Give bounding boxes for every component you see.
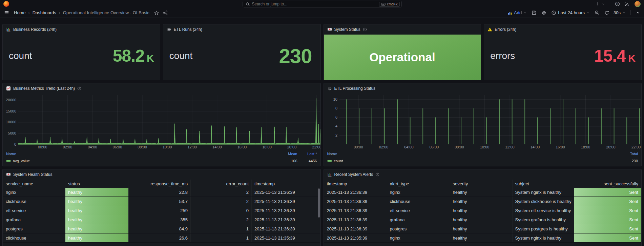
user-avatar[interactable] [635, 1, 641, 7]
status-badge[interactable]: Sent [574, 197, 641, 206]
info-icon[interactable] [363, 27, 367, 32]
column-header-status[interactable]: status [65, 180, 128, 188]
breadcrumb-separator: › [59, 11, 60, 15]
breadcrumb-current-dashboard: Operational Intelligence Overview - OI B… [63, 10, 149, 15]
table-cell: 1 [191, 233, 252, 242]
breadcrumb-dashboards[interactable]: Dashboards [33, 10, 56, 15]
column-header-error_count[interactable]: error_count [191, 180, 252, 188]
dashboard-settings-icon[interactable] [541, 10, 546, 15]
column-header-severity[interactable]: severity [450, 180, 513, 188]
refresh-icon[interactable] [604, 11, 609, 15]
status-badge[interactable]: Sent [574, 215, 641, 224]
topnav-right-actions [596, 1, 641, 7]
stat-body: errors 15.4K [484, 35, 641, 80]
divider [630, 10, 631, 15]
grafana-logo[interactable] [3, 1, 9, 7]
info-icon[interactable] [77, 86, 81, 90]
menu-toggle-icon[interactable] [4, 10, 9, 15]
keyboard-shortcut-badge: cmd+k [379, 2, 399, 7]
panel-header[interactable]: Errors (24h) [484, 24, 641, 35]
gear-icon [327, 86, 332, 91]
shortcut-label: cmd+k [387, 2, 397, 6]
status-badge[interactable]: Sent [574, 206, 641, 215]
add-panel-button[interactable]: Add [507, 10, 527, 15]
info-icon[interactable] [375, 172, 379, 177]
svg-text:12:00: 12:00 [187, 145, 197, 149]
favorite-star-icon[interactable] [154, 11, 159, 15]
time-range-picker[interactable]: Last 24 hours [551, 10, 590, 15]
legend-value: 230 [618, 159, 638, 163]
legend-header-last[interactable]: Last * [297, 152, 317, 156]
table-cell: System clickhouse is healthy [513, 197, 574, 206]
etl-chart-canvas[interactable]: 00:0002:0004:0006:0008:0010:0012:0014:00… [327, 94, 642, 150]
legend-header-name[interactable]: Name [327, 152, 619, 156]
panel-header[interactable]: System Status [324, 24, 481, 35]
svg-text:14:00: 14:00 [530, 145, 540, 149]
panel-header[interactable]: Business Records (24h) [3, 24, 160, 35]
kiosk-caret-up-icon[interactable] [636, 11, 640, 15]
panel-header[interactable]: Business Metrics Trend (Last 24h) [3, 83, 320, 94]
column-header-timestamp[interactable]: timestamp [252, 180, 320, 188]
status-badge[interactable]: healthy [65, 224, 128, 233]
chevron-down-icon [586, 11, 590, 15]
panel-header[interactable]: Recent System Alerts [324, 169, 642, 180]
panel-header[interactable]: System Health Status [3, 169, 320, 180]
table-row: 2025-11-13 21:36:39etl-servicehealthySys… [324, 206, 641, 215]
svg-text:20000: 20000 [6, 98, 16, 102]
legend-header-mean[interactable]: Mean [278, 152, 297, 156]
column-header-timestamp[interactable]: timestamp [324, 180, 387, 188]
status-badge[interactable]: Sent [574, 188, 641, 197]
legend-header-name[interactable]: Name [6, 152, 278, 156]
clock-icon [551, 10, 556, 15]
legend-series[interactable]: avg_value [6, 159, 278, 163]
svg-text:12:00: 12:00 [505, 145, 515, 149]
table-row: clickhousehealthy26.612025-11-13 21:35:3… [3, 233, 320, 243]
new-menu-button[interactable] [596, 2, 605, 6]
panel-header[interactable]: ETL Processing Status [324, 83, 642, 94]
table-scrollbar[interactable] [318, 188, 320, 218]
panel-etl-runs: ETL Runs (24h) count 230 [163, 24, 321, 80]
column-header-service_name[interactable]: service_name [3, 180, 65, 188]
column-header-sent_successfully[interactable]: sent_successfully [574, 180, 641, 188]
table-row: grafanahealthy35522025-11-13 21:36:39 [3, 215, 320, 224]
status-badge[interactable]: healthy [65, 215, 128, 224]
column-header-alert_type[interactable]: alert_type [387, 180, 450, 188]
column-header-response_time_ms[interactable]: response_time_ms [128, 180, 191, 188]
table-row: 2025-11-13 21:36:39nginxhealthySystem ng… [324, 188, 641, 197]
svg-text:16:00: 16:00 [237, 145, 247, 149]
panel-header[interactable]: ETL Runs (24h) [163, 24, 320, 35]
status-badge[interactable]: healthy [65, 188, 128, 197]
breadcrumb-home[interactable]: Home [14, 10, 26, 15]
save-dashboard-icon[interactable] [532, 10, 537, 15]
series-name[interactable]: avg_value [13, 159, 30, 163]
news-rss-icon[interactable] [625, 1, 630, 6]
svg-text:8: 8 [335, 106, 337, 110]
panel-system-health-status: System Health Status service_namestatusr… [2, 169, 321, 246]
time-series-chart[interactable]: 00:0002:0004:0006:0008:0010:0012:0014:00… [3, 94, 320, 150]
table-cell: healthy [450, 188, 513, 197]
legend-series[interactable]: count [327, 159, 619, 163]
status-badge[interactable]: healthy [65, 206, 128, 215]
status-badge[interactable]: Sent [574, 233, 641, 242]
table-cell: clickhouse [3, 233, 65, 242]
search-bar[interactable]: cmd+k [243, 1, 402, 7]
status-badge[interactable]: healthy [65, 197, 128, 206]
status-badge[interactable]: healthy [65, 233, 128, 242]
panel-title: System Health Status [13, 172, 52, 177]
search-input[interactable] [252, 2, 377, 6]
status-badge[interactable]: Sent [574, 224, 641, 233]
toolbar-right-controls: Add Last 24 hours 30s [507, 10, 640, 15]
column-header-subject[interactable]: subject [513, 180, 574, 188]
share-icon[interactable] [163, 11, 168, 15]
series-name[interactable]: count [334, 159, 343, 163]
business-chart-canvas[interactable]: 00:0002:0004:0006:0008:0010:0012:0014:00… [5, 94, 321, 150]
legend-value: 4456 [297, 159, 317, 163]
help-icon[interactable] [615, 1, 620, 6]
svg-text:15000: 15000 [6, 109, 16, 113]
zoom-out-icon[interactable] [595, 10, 600, 15]
stat-label: count [169, 50, 193, 61]
refresh-interval-label[interactable]: 30s [614, 10, 621, 15]
bar-chart[interactable]: 00:0002:0004:0006:0008:0010:0012:0014:00… [324, 94, 642, 150]
legend-header-total[interactable]: Total [618, 152, 638, 156]
svg-text:14:00: 14:00 [212, 145, 222, 149]
